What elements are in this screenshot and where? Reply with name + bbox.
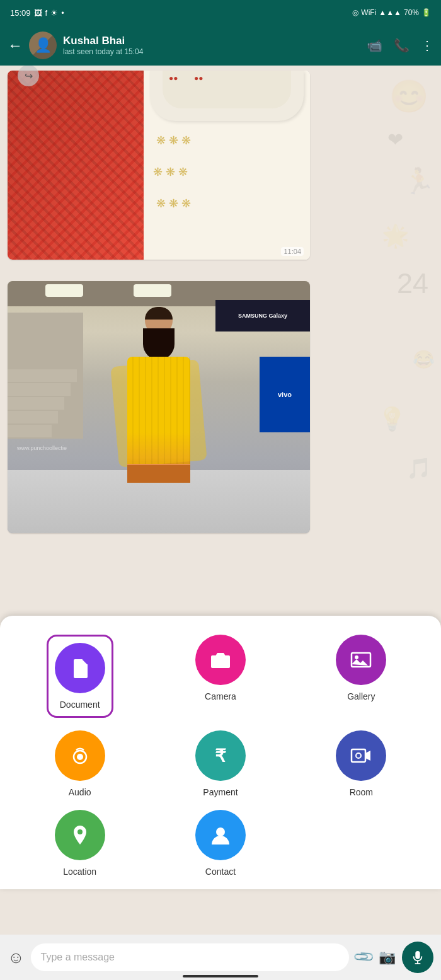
attachment-menu: Document Camera [0,616,441,889]
attach-gallery-button[interactable]: Gallery [336,635,386,718]
svg-point-2 [355,655,358,659]
document-label: Document [60,700,100,710]
contact-name: Kushal Bhai [63,35,360,47]
camera-button[interactable]: 📷 [379,949,396,966]
status-bar: 15:09 🖼 f ☀ • ◎ WiFi ▲▲▲ 70% 🔋 [0,0,441,25]
payment-label: Payment [203,787,238,797]
svg-point-7 [77,829,83,834]
mic-button[interactable] [402,942,433,973]
sun-icon: ☀ [50,8,58,18]
battery-icon: 🔋 [421,8,431,17]
back-button[interactable]: ← [8,37,23,54]
status-right: ◎ WiFi ▲▲▲ 70% 🔋 [352,8,431,17]
camera-icon [195,635,246,685]
message-1: ❋ ❋ ❋ ❋ ❋ ❋ ❋ ❋ ❋ ●● ●● 11:04 ↪ [0,66,441,279]
svg-point-8 [216,827,225,836]
contact-info[interactable]: Kushal Bhai last seen today at 15:04 [63,35,360,56]
attach-contact-button[interactable]: Contact [195,810,246,877]
more-options-button[interactable]: ⋮ [421,38,433,53]
location-icon [55,810,105,860]
contact-label: Contact [205,867,236,877]
status-time: 15:09 [10,8,31,18]
camera-label: Camera [205,691,236,701]
battery-text: 70% [404,8,419,17]
message-placeholder: Type a message [41,952,115,963]
message-bubble-2[interactable]: SAMSUNG Galaxy vivo [8,281,310,533]
svg-rect-5 [352,749,365,762]
contact-avatar[interactable]: 👤 [29,32,57,59]
attach-button[interactable]: 📎 [352,945,375,969]
message-bubble-1[interactable]: ❋ ❋ ❋ ❋ ❋ ❋ ❋ ❋ ❋ ●● ●● 11:04 [8,71,310,260]
dot-indicator: • [61,8,64,18]
location-label: Location [63,867,96,877]
home-indicator [183,975,258,977]
gallery-label: Gallery [347,691,375,701]
gallery-icon [336,635,386,685]
message-time-1: 11:04 [281,247,304,256]
bottom-bar: ☺ Type a message 📎 📷 [0,935,441,980]
audio-icon [55,730,105,781]
facebook-icon: f [45,8,48,18]
signal-icon: ▲▲▲ [379,8,401,17]
gallery-icon: 🖼 [34,8,42,18]
attach-camera-button[interactable]: Camera [195,635,246,718]
chat-header: ← 👤 Kushal Bhai last seen today at 15:04… [0,25,441,66]
message-2: SAMSUNG Galaxy vivo [0,279,441,541]
document-icon [55,643,105,693]
svg-point-6 [356,753,361,758]
chat-area: 😊 ❤ 🏃 🌟 24 😂 💡 🎵 [0,66,441,935]
emoji-button[interactable]: ☺ [8,948,25,967]
attach-audio-button[interactable]: Audio [55,730,105,797]
payment-icon: ₹ [195,730,246,781]
attach-room-button[interactable]: Room [336,730,386,797]
message-input[interactable]: Type a message [31,943,349,971]
header-actions: 📹 📞 ⋮ [367,38,433,53]
attach-grid: Document Camera [13,635,428,877]
attach-payment-button[interactable]: ₹ Payment [195,730,246,797]
voice-call-button[interactable]: 📞 [394,38,410,53]
video-call-button[interactable]: 📹 [367,38,382,53]
location-icon: ◎ [352,8,358,17]
svg-point-4 [77,754,83,760]
last-seen: last seen today at 15:04 [63,47,360,56]
attach-location-button[interactable]: Location [55,810,105,877]
forward-button-1[interactable]: ↪ [18,66,39,86]
room-label: Room [350,787,373,797]
wifi-icon: WiFi [361,8,376,17]
audio-label: Audio [69,787,91,797]
attach-document-button[interactable]: Document [47,635,113,718]
contact-icon [195,810,246,860]
status-left: 15:09 🖼 f ☀ • [10,8,64,18]
room-icon [336,730,386,781]
